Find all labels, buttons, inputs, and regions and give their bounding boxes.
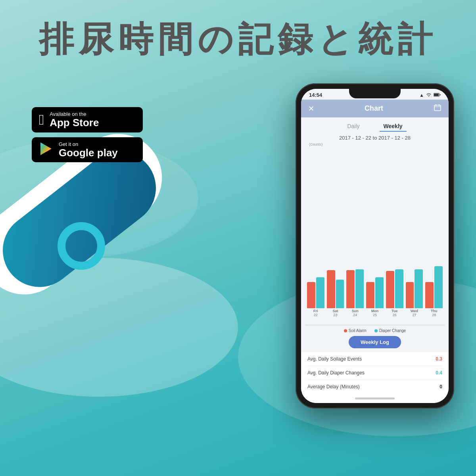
stat-value: 0	[440, 384, 442, 390]
stat-row: Avg. Daily Diaper Changes0.4	[307, 366, 442, 380]
legend-label-diaper: Diaper Change	[379, 328, 406, 333]
play-icon	[39, 142, 53, 158]
signal-icon: ▲	[419, 92, 424, 98]
phone-body: 14:54 ▲	[296, 83, 454, 409]
bar-group: Tue26	[386, 269, 403, 317]
appstore-text: Available on the App Store	[50, 111, 99, 129]
appstore-small-text: Available on the	[50, 111, 99, 117]
status-icons: ▲	[419, 92, 441, 98]
tab-weekly[interactable]: Weekly	[380, 121, 407, 132]
bar-label: Mon25	[366, 309, 384, 317]
bar-teal	[316, 277, 324, 308]
googleplay-small-text: Get it on	[59, 141, 118, 147]
stat-value: 0.4	[436, 370, 442, 376]
bar-teal	[375, 277, 384, 308]
legend-soil-alarm: Soil Alarm	[344, 328, 367, 333]
stat-label: Avg. Daily Diaper Changes	[307, 370, 365, 376]
appstore-large-text: App Store	[50, 117, 99, 129]
phone-mockup: 14:54 ▲	[296, 83, 454, 409]
close-icon[interactable]: ✕	[308, 104, 314, 113]
bar-group: Thu28	[425, 266, 443, 317]
phone-notch	[349, 89, 401, 98]
bar-red	[307, 282, 315, 308]
bar-group: Wed27	[406, 269, 423, 317]
battery-icon	[434, 92, 441, 98]
bar-red	[366, 282, 374, 308]
legend-diaper-change: Diaper Change	[374, 328, 406, 333]
bar-chart: Fri22Sat23Sun24Mon25Tue26Wed27Thu28	[305, 146, 445, 325]
bar-label: Thu28	[425, 309, 443, 317]
date-range: 2017 - 12 - 22 to 2017 - 12 - 28	[301, 132, 449, 142]
svg-rect-3	[440, 94, 441, 95]
bar-red	[425, 282, 434, 308]
appstore-badge[interactable]:  Available on the App Store	[32, 107, 143, 132]
chart-area: (Counts) Fri22Sat23Sun24Mon25Tue26Wed27T…	[301, 142, 449, 325]
phone-screen: 14:54 ▲	[301, 89, 449, 403]
bar-label: Tue26	[386, 309, 403, 317]
bar-teal	[355, 269, 364, 308]
tab-bar: Daily Weekly	[301, 117, 449, 132]
legend-label-soil: Soil Alarm	[349, 328, 367, 333]
y-axis-label: (Counts)	[305, 142, 445, 146]
calendar-icon[interactable]	[434, 104, 441, 113]
stat-row: Average Delay (Minutes)0	[307, 380, 442, 393]
bar-group: Sun24	[346, 269, 364, 317]
googleplay-large-text: Google play	[59, 147, 118, 159]
bar-teal	[395, 269, 403, 308]
bar-group: Mon25	[366, 277, 384, 317]
bar-group: Fri22	[307, 277, 324, 317]
legend-dot-teal	[374, 329, 378, 332]
svg-rect-4	[434, 105, 441, 111]
wifi-icon	[426, 92, 432, 98]
chart-legend: Soil Alarm Diaper Change	[301, 325, 449, 336]
logo-circle	[58, 222, 105, 270]
bar-label: Sun24	[346, 309, 364, 317]
store-badges:  Available on the App Store	[32, 107, 143, 162]
bar-teal	[336, 280, 344, 308]
bar-teal	[415, 269, 423, 308]
home-indicator	[301, 393, 449, 403]
bar-label: Wed27	[406, 309, 423, 317]
bar-teal	[434, 266, 443, 308]
bar-red	[327, 270, 335, 308]
googleplay-text: Get it on Google play	[59, 141, 118, 159]
bar-red	[406, 282, 414, 308]
apple-icon: 	[39, 113, 44, 127]
chart-title: Chart	[365, 104, 383, 113]
chart-header: ✕ Chart	[301, 100, 449, 117]
bar-group: Sat23	[327, 270, 344, 317]
home-bar	[355, 397, 395, 399]
tab-daily[interactable]: Daily	[343, 121, 363, 132]
status-time: 14:54	[309, 92, 322, 98]
stat-label: Avg. Daily Soilage Events	[307, 356, 362, 362]
googleplay-badge[interactable]: Get it on Google play	[32, 137, 143, 163]
legend-dot-red	[344, 329, 347, 332]
stats-panel: Avg. Daily Soilage Events0.3Avg. Daily D…	[301, 352, 449, 393]
page-title: 排尿時間の記録と統計	[0, 16, 476, 63]
weekly-log-button[interactable]: Weekly Log	[349, 336, 401, 348]
bar-red	[346, 270, 355, 308]
stat-value: 0.3	[436, 356, 442, 362]
bar-label: Sat23	[327, 309, 344, 317]
svg-rect-2	[434, 94, 439, 96]
stat-label: Average Delay (Minutes)	[307, 384, 360, 390]
bar-red	[386, 271, 394, 308]
stat-row: Avg. Daily Soilage Events0.3	[307, 352, 442, 366]
svg-marker-0	[40, 142, 52, 155]
bar-label: Fri22	[307, 309, 324, 317]
